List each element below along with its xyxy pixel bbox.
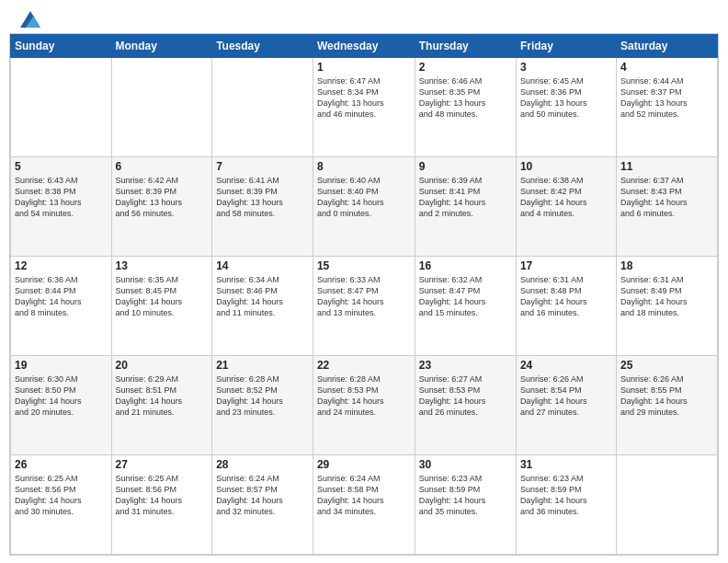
day-info: Sunrise: 6:23 AM Sunset: 8:59 PM Dayligh…	[520, 473, 612, 518]
day-number: 2	[419, 61, 512, 74]
day-info: Sunrise: 6:26 AM Sunset: 8:55 PM Dayligh…	[620, 373, 713, 419]
day-info: Sunrise: 6:40 AM Sunset: 8:40 PM Dayligh…	[317, 175, 411, 220]
header-day-wednesday: Wednesday	[313, 35, 415, 58]
day-cell: 29Sunrise: 6:24 AM Sunset: 8:58 PM Dayli…	[313, 455, 415, 555]
day-number: 17	[520, 259, 612, 272]
day-number: 21	[216, 359, 309, 372]
day-cell: 7Sunrise: 6:41 AM Sunset: 8:39 PM Daylig…	[212, 157, 313, 257]
day-info: Sunrise: 6:24 AM Sunset: 8:57 PM Dayligh…	[216, 473, 309, 518]
day-number: 12	[15, 259, 108, 272]
day-cell: 19Sunrise: 6:30 AM Sunset: 8:50 PM Dayli…	[11, 356, 112, 455]
day-cell: 5Sunrise: 6:43 AM Sunset: 8:38 PM Daylig…	[11, 157, 112, 257]
day-info: Sunrise: 6:31 AM Sunset: 8:48 PM Dayligh…	[520, 274, 612, 319]
day-number: 9	[419, 160, 512, 173]
day-cell: 21Sunrise: 6:28 AM Sunset: 8:52 PM Dayli…	[212, 356, 313, 455]
day-info: Sunrise: 6:34 AM Sunset: 8:46 PM Dayligh…	[216, 274, 309, 319]
day-cell: 1Sunrise: 6:47 AM Sunset: 8:34 PM Daylig…	[313, 58, 415, 157]
day-cell: 16Sunrise: 6:32 AM Sunset: 8:47 PM Dayli…	[415, 257, 516, 356]
header-row: SundayMondayTuesdayWednesdayThursdayFrid…	[11, 35, 718, 58]
day-cell: 28Sunrise: 6:24 AM Sunset: 8:57 PM Dayli…	[212, 455, 313, 555]
week-row-4: 19Sunrise: 6:30 AM Sunset: 8:50 PM Dayli…	[11, 356, 718, 455]
page: SundayMondayTuesdayWednesdayThursdayFrid…	[0, 0, 728, 563]
day-number: 25	[620, 359, 713, 372]
header-day-sunday: Sunday	[11, 35, 112, 58]
day-info: Sunrise: 6:33 AM Sunset: 8:47 PM Dayligh…	[317, 274, 411, 319]
day-info: Sunrise: 6:46 AM Sunset: 8:35 PM Dayligh…	[419, 75, 512, 121]
day-info: Sunrise: 6:28 AM Sunset: 8:53 PM Dayligh…	[317, 373, 411, 419]
day-number: 24	[520, 359, 612, 372]
day-cell: 6Sunrise: 6:42 AM Sunset: 8:39 PM Daylig…	[111, 157, 212, 257]
day-info: Sunrise: 6:27 AM Sunset: 8:53 PM Dayligh…	[419, 373, 512, 419]
day-number: 30	[419, 458, 512, 471]
day-info: Sunrise: 6:42 AM Sunset: 8:39 PM Dayligh…	[116, 175, 209, 220]
day-info: Sunrise: 6:30 AM Sunset: 8:50 PM Dayligh…	[15, 373, 108, 419]
day-number: 27	[116, 458, 209, 471]
day-info: Sunrise: 6:37 AM Sunset: 8:43 PM Dayligh…	[620, 175, 713, 220]
header-day-thursday: Thursday	[415, 35, 516, 58]
day-info: Sunrise: 6:26 AM Sunset: 8:54 PM Dayligh…	[520, 373, 612, 419]
day-cell: 30Sunrise: 6:23 AM Sunset: 8:59 PM Dayli…	[415, 455, 516, 555]
logo-icon	[20, 11, 40, 28]
header	[0, 0, 728, 33]
calendar-table: SundayMondayTuesdayWednesdayThursdayFrid…	[10, 34, 718, 555]
day-cell: 18Sunrise: 6:31 AM Sunset: 8:49 PM Dayli…	[616, 257, 717, 356]
day-cell: 13Sunrise: 6:35 AM Sunset: 8:45 PM Dayli…	[111, 257, 212, 356]
day-number: 15	[317, 259, 411, 272]
day-number: 29	[317, 458, 411, 471]
day-number: 1	[317, 61, 411, 74]
day-cell: 22Sunrise: 6:28 AM Sunset: 8:53 PM Dayli…	[313, 356, 415, 455]
day-number: 8	[317, 160, 411, 173]
day-info: Sunrise: 6:31 AM Sunset: 8:49 PM Dayligh…	[620, 274, 713, 319]
day-number: 22	[317, 359, 411, 372]
day-cell: 25Sunrise: 6:26 AM Sunset: 8:55 PM Dayli…	[616, 356, 717, 455]
day-cell: 11Sunrise: 6:37 AM Sunset: 8:43 PM Dayli…	[616, 157, 717, 257]
day-info: Sunrise: 6:29 AM Sunset: 8:51 PM Dayligh…	[116, 373, 209, 419]
day-cell	[111, 58, 212, 157]
day-cell	[616, 455, 717, 555]
day-info: Sunrise: 6:38 AM Sunset: 8:42 PM Dayligh…	[520, 175, 612, 220]
day-number: 28	[216, 458, 309, 471]
day-info: Sunrise: 6:39 AM Sunset: 8:41 PM Dayligh…	[419, 175, 512, 220]
day-info: Sunrise: 6:28 AM Sunset: 8:52 PM Dayligh…	[216, 373, 309, 419]
day-info: Sunrise: 6:25 AM Sunset: 8:56 PM Dayligh…	[116, 473, 209, 518]
day-info: Sunrise: 6:35 AM Sunset: 8:45 PM Dayligh…	[116, 274, 209, 319]
day-cell: 10Sunrise: 6:38 AM Sunset: 8:42 PM Dayli…	[516, 157, 616, 257]
day-number: 31	[520, 458, 612, 471]
header-day-friday: Friday	[516, 35, 616, 58]
week-row-5: 26Sunrise: 6:25 AM Sunset: 8:56 PM Dayli…	[11, 455, 718, 555]
day-info: Sunrise: 6:45 AM Sunset: 8:36 PM Dayligh…	[520, 75, 612, 121]
day-number: 13	[116, 259, 209, 272]
day-info: Sunrise: 6:47 AM Sunset: 8:34 PM Dayligh…	[317, 75, 411, 121]
header-day-tuesday: Tuesday	[212, 35, 313, 58]
day-cell: 27Sunrise: 6:25 AM Sunset: 8:56 PM Dayli…	[111, 455, 212, 555]
day-number: 11	[620, 160, 713, 173]
calendar: SundayMondayTuesdayWednesdayThursdayFrid…	[9, 33, 719, 556]
day-cell: 23Sunrise: 6:27 AM Sunset: 8:53 PM Dayli…	[415, 356, 516, 455]
day-number: 14	[216, 259, 309, 272]
day-cell: 4Sunrise: 6:44 AM Sunset: 8:37 PM Daylig…	[616, 58, 717, 157]
day-number: 3	[520, 61, 612, 74]
day-cell: 17Sunrise: 6:31 AM Sunset: 8:48 PM Dayli…	[516, 257, 616, 356]
day-number: 10	[520, 160, 612, 173]
day-info: Sunrise: 6:43 AM Sunset: 8:38 PM Dayligh…	[15, 175, 108, 220]
day-cell	[212, 58, 313, 157]
day-cell: 31Sunrise: 6:23 AM Sunset: 8:59 PM Dayli…	[516, 455, 616, 555]
day-number: 5	[15, 160, 108, 173]
header-day-saturday: Saturday	[616, 35, 717, 58]
day-info: Sunrise: 6:24 AM Sunset: 8:58 PM Dayligh…	[317, 473, 411, 518]
day-cell: 9Sunrise: 6:39 AM Sunset: 8:41 PM Daylig…	[415, 157, 516, 257]
day-cell: 20Sunrise: 6:29 AM Sunset: 8:51 PM Dayli…	[111, 356, 212, 455]
day-cell: 12Sunrise: 6:36 AM Sunset: 8:44 PM Dayli…	[11, 257, 112, 356]
week-row-1: 1Sunrise: 6:47 AM Sunset: 8:34 PM Daylig…	[11, 58, 718, 157]
calendar-body: 1Sunrise: 6:47 AM Sunset: 8:34 PM Daylig…	[11, 58, 718, 555]
day-cell	[11, 58, 112, 157]
logo-text	[17, 11, 40, 28]
day-cell: 8Sunrise: 6:40 AM Sunset: 8:40 PM Daylig…	[313, 157, 415, 257]
day-cell: 26Sunrise: 6:25 AM Sunset: 8:56 PM Dayli…	[11, 455, 112, 555]
day-number: 18	[620, 259, 713, 272]
day-info: Sunrise: 6:36 AM Sunset: 8:44 PM Dayligh…	[15, 274, 108, 319]
day-number: 6	[116, 160, 209, 173]
week-row-3: 12Sunrise: 6:36 AM Sunset: 8:44 PM Dayli…	[11, 257, 718, 356]
day-cell: 3Sunrise: 6:45 AM Sunset: 8:36 PM Daylig…	[516, 58, 616, 157]
day-cell: 14Sunrise: 6:34 AM Sunset: 8:46 PM Dayli…	[212, 257, 313, 356]
